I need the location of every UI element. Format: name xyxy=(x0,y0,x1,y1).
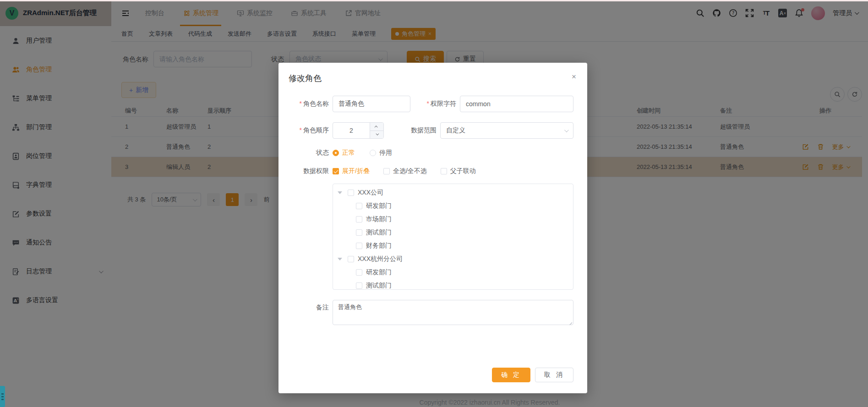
tree-node-label: 市场部门 xyxy=(366,215,392,223)
form-row-remark: 备注 普通角色 xyxy=(292,300,573,326)
remark-label: 备注 xyxy=(292,304,329,312)
radio-label: 停用 xyxy=(379,149,392,157)
tree-node-label: 测试部门 xyxy=(366,282,392,290)
tree-node-parent[interactable]: XXX公司 xyxy=(333,186,573,199)
checkbox-icon xyxy=(441,168,447,174)
chevron-down-icon xyxy=(564,128,569,132)
data-scope-label: 数据范围 xyxy=(398,126,437,135)
tree-node-child[interactable]: 测试部门 xyxy=(333,226,573,239)
checkbox-icon[interactable] xyxy=(356,282,362,289)
close-icon[interactable]: × xyxy=(572,73,576,81)
remark-textarea-wrap: 普通角色 xyxy=(333,300,573,326)
checkbox-icon xyxy=(333,168,339,174)
expand-collapse-checkbox[interactable]: 展开/折叠 xyxy=(333,167,370,175)
checkbox-icon[interactable] xyxy=(356,243,362,249)
perm-char-label: *权限字符 xyxy=(418,100,456,108)
checkbox-icon[interactable] xyxy=(348,256,354,262)
checkbox-icon xyxy=(383,168,390,174)
cancel-button[interactable]: 取 消 xyxy=(535,368,573,382)
tree-node-child[interactable]: 研发部门 xyxy=(333,266,573,279)
tree-node-child[interactable]: 财务部门 xyxy=(333,239,573,252)
decrease-button[interactable] xyxy=(370,131,383,139)
checkbox-label: 父子联动 xyxy=(450,167,476,175)
increase-button[interactable] xyxy=(370,123,383,131)
perm-char-input[interactable] xyxy=(460,96,573,112)
modal-body: *角色名称 *权限字符 *角色顺序 2 数据范围 自定义 xyxy=(278,84,587,326)
radio-label: 正常 xyxy=(342,149,355,157)
modal-footer: 确 定 取 消 xyxy=(492,368,573,382)
parent-child-linkage-checkbox[interactable]: 父子联动 xyxy=(441,167,476,175)
tree-node-label: 财务部门 xyxy=(366,242,392,250)
form-row-2: *角色顺序 2 数据范围 自定义 xyxy=(292,122,573,139)
stepper-controls xyxy=(370,123,383,138)
select-all-checkbox[interactable]: 全选/全不选 xyxy=(383,167,427,175)
status-label: 状态 xyxy=(292,149,329,157)
form-row-status: 状态 正常 停用 xyxy=(292,149,573,157)
checkbox-icon[interactable] xyxy=(356,269,362,276)
required-asterisk: * xyxy=(300,126,302,134)
checkbox-icon[interactable] xyxy=(356,203,362,209)
caret-down-icon[interactable] xyxy=(336,258,344,260)
checkbox-label: 全选/全不选 xyxy=(393,167,427,175)
chevron-down-icon xyxy=(376,132,379,136)
docked-widget[interactable] xyxy=(0,386,5,407)
role-order-value: 2 xyxy=(333,123,370,138)
status-radio-disabled[interactable]: 停用 xyxy=(370,149,392,157)
chevron-up-icon xyxy=(375,125,378,129)
radio-icon xyxy=(333,150,339,156)
status-radio-normal[interactable]: 正常 xyxy=(333,149,355,157)
role-order-label: *角色顺序 xyxy=(292,126,329,135)
form-row-1: *角色名称 *权限字符 xyxy=(292,96,573,112)
tree-node-child[interactable]: 研发部门 xyxy=(333,199,573,212)
tree-node-label: XXX杭州分公司 xyxy=(358,255,403,263)
tree-node-label: 测试部门 xyxy=(366,228,392,237)
checkbox-icon[interactable] xyxy=(356,216,362,222)
top-edge-strip xyxy=(0,0,868,1)
remark-textarea[interactable]: 普通角色 xyxy=(333,300,573,325)
data-scope-value: 自定义 xyxy=(446,126,465,135)
modal-title: 修改角色 xyxy=(289,73,322,84)
tree-node-label: 研发部门 xyxy=(366,268,392,277)
role-name-input[interactable] xyxy=(333,96,410,112)
radio-icon xyxy=(370,150,376,156)
required-asterisk: * xyxy=(427,100,429,107)
edit-role-modal: 修改角色 × *角色名称 *权限字符 *角色顺序 2 xyxy=(278,63,587,393)
confirm-button[interactable]: 确 定 xyxy=(492,368,530,382)
data-perm-label: 数据权限 xyxy=(292,167,329,175)
role-order-stepper[interactable]: 2 xyxy=(333,122,384,139)
department-tree: XXX公司 研发部门 市场部门 测试部门 xyxy=(333,184,573,290)
data-scope-select[interactable]: 自定义 xyxy=(440,122,573,139)
checkbox-label: 展开/折叠 xyxy=(342,167,370,175)
tree-node-label: XXX公司 xyxy=(358,189,383,197)
checkbox-icon[interactable] xyxy=(356,229,362,236)
tree-node-child[interactable]: 测试部门 xyxy=(333,279,573,290)
required-asterisk: * xyxy=(300,100,302,107)
tree-node-child[interactable]: 市场部门 xyxy=(333,212,573,226)
tree-node-parent[interactable]: XXX杭州分公司 xyxy=(333,252,573,266)
checkbox-icon[interactable] xyxy=(348,190,354,196)
form-row-data-perm: 数据权限 展开/折叠 全选/全不选 父子联动 xyxy=(292,167,573,175)
tree-node-label: 研发部门 xyxy=(366,202,392,210)
screen: V ZRAdmin.NET后台管理 控制台 系统管理 系统监控 系统工具 xyxy=(0,0,868,407)
role-name-label: *角色名称 xyxy=(292,100,329,108)
modal-header: 修改角色 × xyxy=(278,63,587,84)
caret-down-icon[interactable] xyxy=(336,191,344,194)
